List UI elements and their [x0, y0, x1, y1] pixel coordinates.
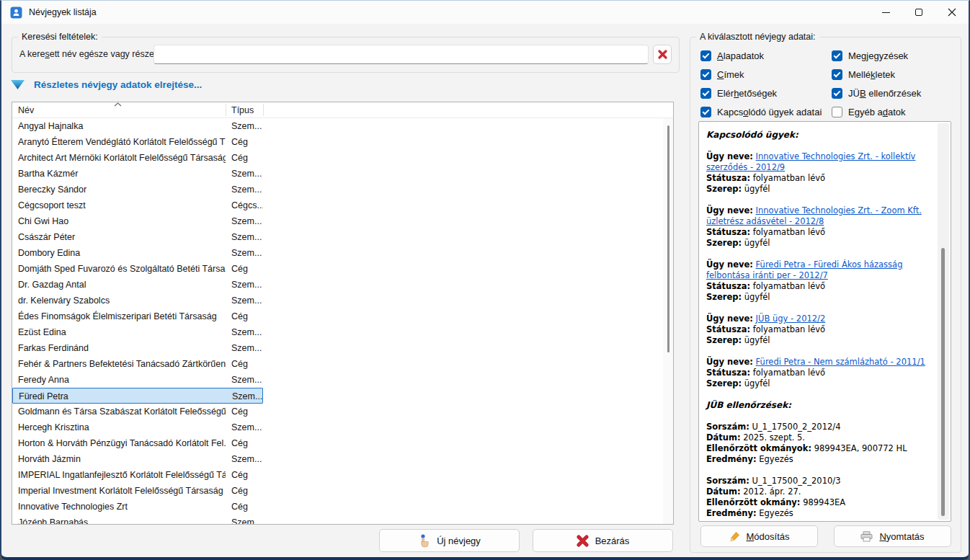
selected-contact-group: A kiválasztott névjegy adatai: Alapadato… — [690, 37, 961, 553]
minimize-button[interactable] — [869, 1, 902, 24]
case-role-label: Szerep: — [706, 184, 742, 194]
maximize-button[interactable] — [902, 1, 935, 24]
table-row[interactable]: Ezüst Edina Szem... — [12, 324, 263, 340]
table-row[interactable]: Architect Art Mérnöki Korlátolt Felelőss… — [12, 150, 263, 166]
related-case-entry: Ügy neve: Innovative Technologies Zrt. -… — [706, 205, 930, 249]
table-row[interactable]: Feredy Anna Szem... — [12, 372, 263, 388]
table-row[interactable]: dr. Kelenváry Szabolcs Szem... — [12, 293, 263, 308]
contact-details-pane: Kapcsolódó ügyek: Ügy neve: Innovative T… — [698, 121, 951, 522]
jub-result-label: Eredmény: — [706, 454, 757, 464]
contact-type: Szem... — [231, 419, 263, 435]
details-scrollbar[interactable] — [938, 123, 949, 520]
case-link[interactable]: JÜB ügy - 2012/2 — [756, 314, 826, 324]
modify-button[interactable]: Módosítás — [700, 525, 818, 547]
new-contact-button[interactable]: Új névjegy — [379, 529, 520, 552]
table-scrollbar[interactable] — [663, 118, 673, 524]
table-row[interactable]: IMPERIAL Ingatlanfejlesztő Korlátolt Fel… — [12, 467, 263, 483]
checkbox-icon[interactable] — [832, 107, 842, 117]
table-row[interactable]: Cégcsoport teszt Cégcs... — [12, 197, 263, 213]
close-window-button[interactable] — [935, 1, 969, 24]
data-section-checkbox-option[interactable]: JÜB ellenőrzések — [832, 84, 961, 102]
table-row[interactable]: Goldmann és Társa Szabászat Korlátolt Fe… — [12, 404, 263, 419]
table-row[interactable]: Angyal Hajnalka Szem... — [12, 118, 263, 134]
table-row[interactable]: Horton & Horváth Pénzügyi Tanácsadó Korl… — [12, 435, 263, 451]
minimize-icon — [882, 12, 890, 13]
jub-date-label: Dátum: — [706, 486, 741, 497]
checkbox-column-left: Alapadatok Címek Elérhetőségek Kapcsolód… — [700, 46, 830, 121]
checkbox-icon[interactable] — [832, 69, 842, 80]
table-row[interactable]: Farkas Ferdinánd Szem... — [12, 340, 263, 356]
table-row[interactable]: Dombory Edina Szem... — [12, 245, 263, 261]
contact-name: Domjáth Sped Fuvarozó és Szolgáltató Bet… — [18, 261, 226, 277]
table-row[interactable]: Dr. Gazdag Antal Szem... — [12, 277, 263, 293]
data-section-checkbox-option[interactable]: Mellékletek — [832, 65, 961, 84]
case-link[interactable]: Füredi Petra - Nem számlázható - 2011/1 — [756, 357, 925, 367]
table-row[interactable]: Füredi Petra Szem... — [12, 388, 263, 404]
clear-search-button[interactable] — [653, 45, 672, 64]
data-section-checkbox-option[interactable]: Egyéb adatok — [832, 102, 961, 121]
case-role-value: ügyfél — [744, 238, 770, 248]
table-row[interactable]: Horváth Jázmin Szem... — [12, 451, 263, 467]
search-criteria-group: Keresési feltételek: A keresett név egés… — [12, 37, 680, 73]
case-status-value: folyamatban lévő — [753, 324, 825, 334]
checkbox-icon[interactable] — [700, 69, 711, 80]
data-section-checkbox-option[interactable]: Megjegyzések — [832, 46, 961, 65]
table-row[interactable]: Bereczky Sándor Szem... — [12, 182, 263, 197]
contact-type: Szem... — [231, 229, 263, 245]
print-button[interactable]: Nyomtatás — [834, 525, 951, 547]
close-dialog-button[interactable]: Bezárás — [533, 529, 673, 552]
data-section-checkbox-option[interactable]: Alapadatok — [700, 46, 830, 65]
related-case-entry: Ügy neve: JÜB ügy - 2012/2 Státusza: fol… — [706, 314, 930, 346]
table-row[interactable]: Bartha Kázmér Szem... — [12, 166, 263, 182]
case-status-value: folyamatban lévő — [753, 227, 825, 237]
checkbox-icon[interactable] — [700, 88, 711, 99]
case-role-value: ügyfél — [744, 292, 770, 302]
modify-label: Módosítás — [747, 531, 790, 542]
jub-check-entry: Sorszám: U_1_17500_2_2010/3 Dátum: 2012.… — [706, 476, 930, 519]
related-cases-heading: Kapcsolódó ügyek: — [706, 130, 930, 141]
contact-type: Cég — [231, 483, 263, 499]
toggle-details-link[interactable]: Részletes névjegy adatok elrejtése... — [10, 76, 202, 92]
table-scrollbar-thumb[interactable] — [667, 125, 669, 352]
pencil-icon — [729, 531, 740, 542]
checkbox-icon[interactable] — [832, 88, 842, 99]
jub-check-entry: Sorszám: U_1_17500_2_2012/4 Dátum: 2025.… — [706, 422, 930, 465]
search-input[interactable] — [153, 45, 649, 64]
contact-type: Szem... — [231, 340, 263, 356]
table-row[interactable]: Chi Gwi Hao Szem... — [12, 213, 263, 229]
table-row[interactable]: Domjáth Sped Fuvarozó és Szolgáltató Bet… — [12, 261, 263, 277]
contact-type: Szem... — [231, 277, 263, 293]
table-row[interactable]: Józéph Barnabás Szem... — [12, 515, 263, 525]
table-row[interactable]: Császár Péter Szem... — [12, 229, 263, 245]
title-bar: Névjegyek listája — [1, 1, 969, 24]
table-row[interactable]: Imperial Investment Korlátolt Felelősség… — [12, 483, 263, 499]
column-divider[interactable] — [263, 104, 264, 116]
table-row[interactable]: Innovative Technologies Zrt Cég — [12, 499, 263, 515]
contact-type: Szem... — [231, 372, 263, 388]
case-name-label: Ügy neve: — [706, 205, 753, 215]
case-role-value: ügyfél — [744, 378, 770, 388]
checkbox-icon[interactable] — [700, 50, 711, 61]
contact-name: Architect Art Mérnöki Korlátolt Felelőss… — [18, 150, 226, 166]
table-row[interactable]: Aranytó Étterem Vendéglátó Korlátolt Fel… — [12, 134, 263, 150]
checkbox-icon[interactable] — [832, 50, 842, 61]
contact-name: IMPERIAL Ingatlanfejlesztő Korlátolt Fel… — [18, 467, 226, 483]
maximize-icon — [915, 9, 922, 16]
related-case-entry: Ügy neve: Innovative Technologies Zrt. -… — [706, 151, 930, 195]
table-row[interactable]: Fehér & Partners Befektetési Tanácsadó Z… — [12, 356, 263, 372]
column-divider[interactable] — [226, 104, 226, 116]
case-name-label: Ügy neve: — [706, 314, 753, 324]
details-scrollbar-thumb[interactable] — [941, 248, 945, 516]
checkbox-icon[interactable] — [700, 107, 711, 117]
table-row[interactable]: Édes Finomságok Élelmiszeripari Betéti T… — [12, 308, 263, 324]
data-section-checkbox-option[interactable]: Címek — [700, 65, 830, 84]
contact-name: Dr. Gazdag Antal — [18, 277, 226, 293]
case-status-label: Státusza: — [706, 368, 750, 378]
contact-name: Innovative Technologies Zrt — [18, 499, 226, 515]
table-row[interactable]: Hercegh Krisztina Szem... — [12, 419, 263, 435]
red-x-icon — [577, 535, 589, 547]
contact-type: Szem... — [232, 388, 264, 404]
data-section-checkbox-option[interactable]: Kapcsolódó ügyek adatai — [700, 102, 830, 121]
jub-documents-value: 989943EA, 900772 HL — [814, 443, 907, 453]
data-section-checkbox-option[interactable]: Elérhetőségek — [700, 84, 830, 102]
